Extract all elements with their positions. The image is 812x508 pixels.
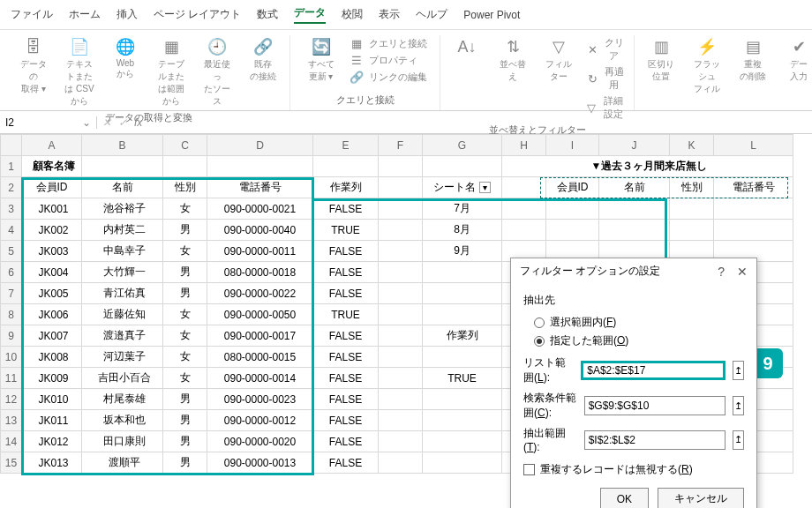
ribbon-filter[interactable]: ▽フィルター — [539, 35, 578, 122]
ribbon-flash-fill[interactable]: ⚡フラッシュフィル — [688, 35, 726, 97]
cell[interactable]: 会員ID — [22, 177, 82, 198]
cell[interactable]: FALSE — [313, 198, 379, 220]
menu-item-formulas[interactable]: 数式 — [257, 7, 278, 22]
fx-icon[interactable]: fx — [134, 116, 142, 129]
menu-item-help[interactable]: ヘルプ — [416, 7, 447, 22]
col-header[interactable]: J — [599, 135, 670, 156]
ribbon-from-web[interactable]: 🌐Webから — [106, 35, 145, 109]
col-header[interactable]: G — [423, 135, 502, 156]
cell[interactable]: 中島幸子 — [82, 241, 163, 262]
row-header[interactable]: 12 — [1, 389, 22, 410]
cell[interactable]: FALSE — [313, 452, 379, 474]
cell[interactable]: 池谷裕子 — [82, 198, 163, 220]
radio-filter-inplace[interactable]: 選択範囲内(F) — [523, 313, 744, 332]
cell[interactable]: FALSE — [313, 347, 379, 368]
row-header[interactable]: 14 — [1, 431, 22, 452]
cell[interactable] — [423, 389, 502, 410]
ribbon-queries-conn[interactable]: ▦クエリと接続 — [348, 35, 429, 51]
cell[interactable]: 性別 — [670, 177, 714, 198]
cell[interactable]: 男 — [163, 410, 207, 431]
cell[interactable]: 電話番号 — [714, 177, 793, 198]
cell[interactable]: 9月 — [423, 241, 502, 262]
menu-item-view[interactable]: 表示 — [379, 7, 400, 22]
ribbon-reapply[interactable]: ↻再適用 — [585, 64, 627, 93]
cell[interactable]: 田口康則 — [82, 431, 163, 452]
help-icon[interactable]: ? — [718, 265, 725, 279]
cell[interactable]: JK011 — [22, 410, 82, 431]
cell[interactable]: 吉田小百合 — [82, 368, 163, 389]
cell[interactable]: 090-0000-0020 — [207, 431, 313, 452]
menu-item-insert[interactable]: 挿入 — [117, 7, 138, 22]
ribbon-properties[interactable]: ☰プロパティ — [348, 52, 429, 68]
list-range-input[interactable] — [581, 361, 726, 380]
cell[interactable]: 女 — [163, 325, 207, 347]
cell[interactable]: 名前 — [599, 177, 670, 198]
cell[interactable]: 名前 — [82, 177, 163, 198]
col-header[interactable]: C — [163, 135, 207, 156]
cell[interactable]: 性別 — [163, 177, 207, 198]
cell[interactable]: 090-0000-0012 — [207, 410, 313, 431]
row-header[interactable]: 6 — [1, 262, 22, 283]
criteria-range-input[interactable] — [584, 396, 726, 415]
radio-copy-to[interactable]: 指定した範囲(O) — [523, 332, 744, 350]
cell[interactable] — [423, 283, 502, 304]
cell[interactable]: 村尾泰雄 — [82, 389, 163, 410]
menu-item-pagelayout[interactable]: ページ レイアウト — [154, 7, 241, 22]
col-header[interactable]: K — [670, 135, 714, 156]
ribbon-recent-sources[interactable]: 🕘最近使ったソース — [198, 35, 237, 109]
select-all-cell[interactable] — [1, 135, 22, 156]
row-header[interactable]: 13 — [1, 410, 22, 431]
ribbon-sort-asc[interactable]: A↓ — [447, 35, 486, 122]
dropdown-icon[interactable]: ▾ — [479, 182, 491, 193]
cell[interactable]: 河辺葉子 — [82, 347, 163, 368]
cell[interactable]: JK009 — [22, 368, 82, 389]
cell[interactable]: 090-0000-0017 — [207, 325, 313, 347]
cell[interactable]: JK012 — [22, 431, 82, 452]
cell[interactable]: 大竹輝一 — [82, 262, 163, 283]
cell[interactable]: 男 — [163, 283, 207, 304]
cell[interactable]: FALSE — [313, 368, 379, 389]
cell[interactable]: 090-0000-0022 — [207, 283, 313, 304]
cell[interactable]: FALSE — [313, 431, 379, 452]
ribbon-edit-links[interactable]: 🔗リンクの編集 — [348, 69, 429, 85]
col-header[interactable]: H — [502, 135, 546, 156]
cell[interactable]: JK001 — [22, 198, 82, 220]
row-header[interactable]: 4 — [1, 220, 22, 241]
ribbon-clear[interactable]: ✕クリア — [585, 35, 627, 64]
cell[interactable] — [423, 431, 502, 452]
ribbon-get-data[interactable]: 🗄データの取得 ▾ — [14, 35, 53, 109]
ribbon-from-csv[interactable]: 📄テキストまたは CSV から — [60, 35, 99, 109]
cancel-icon[interactable]: ✕ — [102, 116, 111, 129]
cell[interactable] — [423, 262, 502, 283]
cell[interactable]: FALSE — [313, 389, 379, 410]
cell[interactable]: 会員ID — [546, 177, 599, 198]
cell[interactable]: 女 — [163, 368, 207, 389]
cell[interactable]: 渡順平 — [82, 452, 163, 474]
col-header[interactable]: I — [546, 135, 599, 156]
row-header[interactable]: 5 — [1, 241, 22, 262]
cell[interactable]: 顧客名簿 — [22, 156, 82, 177]
row-header[interactable]: 1 — [1, 156, 22, 177]
cell[interactable]: 080-0000-0018 — [207, 262, 313, 283]
cell[interactable]: 青江佑真 — [82, 283, 163, 304]
cell[interactable]: JK013 — [22, 452, 82, 474]
col-header[interactable]: B — [82, 135, 163, 156]
cell[interactable]: 男 — [163, 262, 207, 283]
ribbon-from-table[interactable]: ▦テーブルまたは範囲から — [152, 35, 191, 109]
cell[interactable]: 渡邉真子 — [82, 325, 163, 347]
col-header[interactable]: E — [313, 135, 379, 156]
cell[interactable]: JK003 — [22, 241, 82, 262]
range-picker-icon[interactable]: ↥ — [733, 430, 744, 450]
cell[interactable]: JK002 — [22, 220, 82, 241]
cell[interactable]: 男 — [163, 452, 207, 474]
enter-icon[interactable]: ✓ — [118, 116, 127, 129]
menu-item-file[interactable]: ファイル — [11, 7, 53, 22]
ribbon-data-val[interactable]: ✔デー入力 — [779, 35, 812, 97]
row-header[interactable]: 7 — [1, 283, 22, 304]
unique-records-checkbox[interactable]: 重複するレコードは無視する(R) — [523, 462, 744, 477]
cell[interactable]: JK004 — [22, 262, 82, 283]
cell[interactable]: 080-0000-0015 — [207, 347, 313, 368]
cell[interactable]: FALSE — [313, 283, 379, 304]
cell[interactable]: 090-0000-0013 — [207, 452, 313, 474]
col-header[interactable]: F — [379, 135, 423, 156]
